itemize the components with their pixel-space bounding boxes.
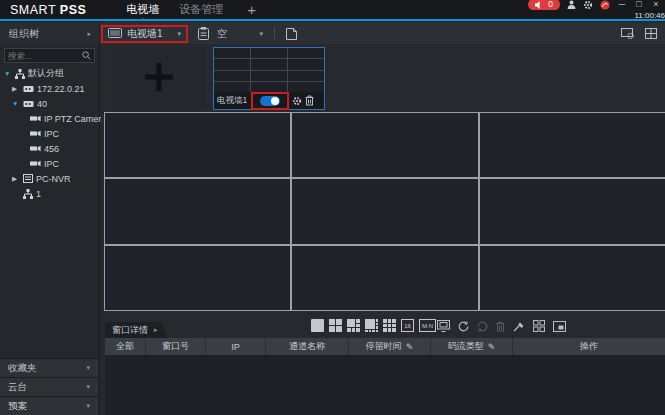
save-plan-icon[interactable] (286, 28, 297, 40)
wall-selector-dropdown[interactable]: 电视墙1 ▾ (101, 25, 188, 43)
tree-item-ipc-1[interactable]: IPC (0, 126, 99, 141)
layout-mn-icon[interactable]: M:N (419, 319, 436, 332)
wall-screen-cell-1[interactable] (105, 113, 290, 177)
window-table-header: 全部 窗口号 IP 通道名称 停留时间 ✎ 码流类型 ✎ 操作 (105, 338, 665, 355)
expand-caret-icon[interactable]: ▶ (12, 85, 20, 93)
tab-tv-wall-label: 电视墙 (126, 2, 159, 17)
sidebar-panels: 收藏夹 ▾ 云台 ▾ 预案 ▾ (0, 358, 98, 415)
tree-item-1[interactable]: 1 (0, 186, 99, 201)
user-icon[interactable] (567, 0, 576, 9)
layout-6-icon[interactable] (347, 319, 360, 332)
tree-item-default-group[interactable]: ▼ 默认分组 (0, 66, 99, 81)
device-tree: ▼ 默认分组 ▶ 172.22.0.21 ▼ 40 (0, 66, 99, 201)
tree-item-label: 172.22.0.21 (37, 84, 85, 94)
panel-ptz[interactable]: 云台 ▾ (0, 377, 98, 396)
layout-buttons: 16 M:N (311, 319, 436, 332)
speaker-icon (535, 1, 543, 9)
edit-pencil-icon[interactable]: ✎ (488, 342, 496, 352)
tab-device-manager[interactable]: 设备管理 (179, 0, 223, 19)
col-label: 码流类型 (448, 340, 484, 353)
new-tab-button[interactable]: + (247, 5, 256, 15)
plan-selector-dropdown[interactable]: 空 ▾ (217, 27, 263, 41)
window-details-tab[interactable]: 窗口详情 ▸ (105, 322, 168, 338)
tab-tv-wall[interactable]: 电视墙 (126, 0, 159, 19)
tree-item-456[interactable]: 456 (0, 141, 99, 156)
layout-4-icon[interactable] (329, 319, 342, 332)
tree-item-ip-ptz-camera[interactable]: IP PTZ Camera (0, 111, 99, 126)
bind-preview-icon[interactable] (533, 320, 545, 332)
wall-screen-cell-5[interactable] (292, 179, 477, 243)
layout-9-icon[interactable] (383, 319, 396, 332)
settings-gear-icon[interactable] (583, 0, 593, 10)
col-stream-type: 码流类型 ✎ (431, 338, 513, 355)
toolbar-divider (274, 27, 275, 40)
tree-item-pc-nvr[interactable]: ▶ PC-NVR (0, 171, 99, 186)
chevron-down-icon: ▾ (178, 30, 182, 38)
wall-toolbar: 组织树 ▸ 电视墙1 ▾ 空 ▾ (0, 23, 665, 44)
alarm-count: 0 (548, 0, 553, 10)
layout-16-icon[interactable]: 16 (401, 319, 414, 332)
tree-item-ipc-2[interactable]: IPC (0, 156, 99, 171)
tree-item-label: IP PTZ Camera (44, 114, 106, 124)
tree-item-40[interactable]: ▼ 40 (0, 96, 99, 111)
wall-delete-trash-icon[interactable] (305, 95, 314, 106)
tv-wall-workspace: 电视墙1 (101, 44, 665, 415)
expand-caret-icon[interactable]: ▶ (12, 175, 20, 183)
expand-caret-icon[interactable]: ▼ (4, 70, 12, 77)
screen-layout-icon[interactable] (645, 28, 657, 39)
tree-item-172-22-0-21[interactable]: ▶ 172.22.0.21 (0, 81, 99, 96)
wall-screen-cell-6[interactable] (480, 179, 665, 243)
device-icon (23, 85, 34, 93)
wall-card-bar: 电视墙1 (214, 92, 324, 109)
sidebar-collapse-icon: ▸ (87, 30, 91, 38)
search-box[interactable] (4, 48, 95, 63)
nvr-icon (23, 174, 33, 183)
export-screen-icon[interactable] (553, 321, 566, 332)
wall-settings-gear-icon[interactable] (292, 96, 302, 106)
minimize-button[interactable]: ─ (617, 0, 627, 10)
camera-icon (30, 160, 41, 167)
clear-screen-icon[interactable] (513, 321, 525, 332)
wall-screen-cell-8[interactable] (292, 246, 477, 310)
screen-output-icon[interactable] (437, 320, 450, 332)
wall-screen-cell-9[interactable] (480, 246, 665, 310)
wall-screen-cell-4[interactable] (105, 179, 290, 243)
delete-trash-icon[interactable] (496, 321, 505, 332)
plan-clipboard-icon (198, 27, 209, 40)
search-input[interactable] (8, 51, 82, 61)
panel-plan[interactable]: 预案 ▾ (0, 396, 98, 415)
logo-pss: PSS (60, 3, 87, 17)
close-button[interactable]: × (651, 0, 661, 10)
tab-device-manager-label: 设备管理 (179, 2, 223, 17)
maximize-button[interactable]: □ (634, 0, 644, 10)
expand-caret-icon[interactable]: ▼ (12, 100, 20, 107)
col-all[interactable]: 全部 (105, 338, 146, 355)
wall-screen-cell-3[interactable] (480, 113, 665, 177)
tour-loop-icon[interactable] (458, 321, 469, 332)
wall-screen-cell-7[interactable] (105, 246, 290, 310)
connection-status-icon[interactable] (600, 0, 610, 10)
wall-enable-highlight (251, 92, 289, 110)
camera-icon (30, 115, 41, 122)
edit-pencil-icon[interactable]: ✎ (406, 342, 414, 352)
wall-config-icon[interactable] (621, 28, 634, 39)
titlebar-icons: 0 ─ □ × (528, 0, 661, 10)
layout-8-icon[interactable] (365, 319, 378, 332)
camera-icon (30, 130, 41, 137)
wall-preview-grid (214, 48, 324, 92)
wall-enable-toggle[interactable] (260, 96, 280, 106)
wall-card-tvwall1[interactable]: 电视墙1 (213, 47, 325, 110)
search-icon (82, 51, 91, 60)
tv-wall-grid (105, 113, 665, 310)
main-tabs: 电视墙 设备管理 + (126, 0, 256, 19)
wall-screen-cell-2[interactable] (292, 113, 477, 177)
sidebar-header[interactable]: 组织树 ▸ (0, 23, 100, 44)
layout-1-icon[interactable] (311, 319, 324, 332)
tree-item-label: PC-NVR (36, 174, 71, 184)
col-label: 全部 (116, 340, 134, 353)
refresh-icon[interactable] (477, 321, 488, 332)
alarm-badge[interactable]: 0 (528, 0, 560, 10)
panel-favorites[interactable]: 收藏夹 ▾ (0, 358, 98, 377)
add-wall-card[interactable] (112, 48, 205, 109)
col-label: IP (231, 342, 240, 352)
